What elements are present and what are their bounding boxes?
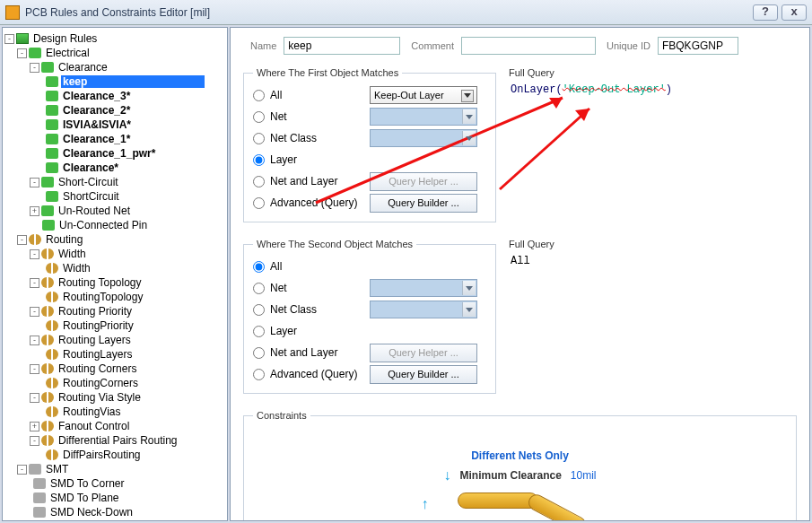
name-label: Name xyxy=(250,40,276,51)
m1-net-label[interactable]: Net xyxy=(270,110,287,123)
m1-net-combo[interactable] xyxy=(370,108,477,126)
m2-all-label[interactable]: All xyxy=(270,260,282,273)
tree-item[interactable]: Clearance* xyxy=(61,161,120,174)
expander-icon[interactable]: - xyxy=(30,436,39,446)
tree-electrical[interactable]: Electrical xyxy=(44,47,92,59)
m2-layer-radio[interactable] xyxy=(253,326,265,337)
m2-all-radio[interactable] xyxy=(253,261,265,273)
tree-item[interactable]: Short-Circuit xyxy=(57,176,120,188)
tree-keep[interactable]: keep xyxy=(61,75,205,88)
tree-item[interactable]: Width xyxy=(61,262,92,275)
m1-netclass-radio[interactable] xyxy=(253,133,265,144)
tree-item[interactable]: Clearance_1* xyxy=(61,133,132,145)
m2-net-radio[interactable] xyxy=(253,283,265,294)
rule-icon xyxy=(46,148,58,159)
name-input[interactable] xyxy=(284,37,400,55)
m1-query-builder-button[interactable]: Query Builder ... xyxy=(370,194,477,213)
m1-all-radio[interactable] xyxy=(253,90,265,101)
tree-item[interactable]: Differential Pairs Routing xyxy=(57,434,179,447)
m1-layer-combo[interactable]: Keep-Out Layer xyxy=(370,86,477,104)
close-button[interactable]: x xyxy=(781,4,807,21)
expander-icon[interactable]: - xyxy=(30,307,39,317)
tree-routing[interactable]: Routing xyxy=(44,233,84,246)
m1-netlayer-radio[interactable] xyxy=(253,176,265,187)
tree-smt[interactable]: SMT xyxy=(44,463,70,475)
m2-netlayer-label[interactable]: Net and Layer xyxy=(270,346,337,359)
tree-item[interactable]: Clearance_3* xyxy=(61,90,132,102)
m1-netclass-combo[interactable] xyxy=(370,129,477,147)
m2-advanced-label[interactable]: Advanced (Query) xyxy=(270,368,357,380)
rule-icon xyxy=(33,478,46,489)
tree-item[interactable]: Width xyxy=(57,248,88,260)
tree-item[interactable]: Routing Via Style xyxy=(57,391,143,404)
m2-net-combo[interactable] xyxy=(370,279,477,297)
m2-layer-label[interactable]: Layer xyxy=(270,325,297,337)
rules-tree[interactable]: -Design Rules -Electrical -Clearance kee… xyxy=(2,27,228,521)
m1-netclass-label[interactable]: Net Class xyxy=(270,132,317,144)
rule-icon xyxy=(46,76,58,87)
comment-label: Comment xyxy=(411,40,454,51)
expander-icon[interactable]: - xyxy=(17,465,27,475)
tree-item[interactable]: Routing Priority xyxy=(57,305,134,318)
expander-icon[interactable]: - xyxy=(30,336,39,345)
tree-item[interactable]: Un-Routed Net xyxy=(57,205,132,217)
m2-netclass-radio[interactable] xyxy=(253,304,265,316)
tree-item[interactable]: Routing Corners xyxy=(57,362,138,375)
expander-icon[interactable]: - xyxy=(30,249,39,259)
m1-layer-value: Keep-Out Layer xyxy=(374,90,444,100)
constraints-group: Constraints Different Nets Only ↓ Minimu… xyxy=(243,410,797,521)
comment-input[interactable] xyxy=(461,37,596,55)
tree-root[interactable]: Design Rules xyxy=(31,32,99,45)
tree-item[interactable]: Clearance_2* xyxy=(61,104,132,117)
chevron-down-icon xyxy=(466,286,473,291)
m2-netclass-label[interactable]: Net Class xyxy=(270,303,317,316)
tree-item[interactable]: RoutingTopology xyxy=(61,291,144,303)
tree-item[interactable]: ShortCircuit xyxy=(61,190,121,203)
expander-icon[interactable]: + xyxy=(30,422,39,431)
rule-header: Name Comment Unique ID xyxy=(243,37,797,55)
rule-icon xyxy=(46,263,58,274)
tree-item[interactable]: ISVIA&ISVIA* xyxy=(61,118,133,131)
expander-icon[interactable]: - xyxy=(30,278,39,288)
tree-item[interactable]: Clearance_1_pwr* xyxy=(61,147,157,160)
help-button[interactable]: ? xyxy=(753,4,778,21)
m2-netclass-combo[interactable] xyxy=(370,301,477,318)
uniqueid-label: Unique ID xyxy=(607,40,650,51)
tree-item[interactable]: Un-Connected Pin xyxy=(57,219,149,231)
m1-netlayer-label[interactable]: Net and Layer xyxy=(270,175,337,187)
tree-item[interactable]: RoutingLayers xyxy=(61,348,134,361)
expander-icon[interactable]: - xyxy=(30,178,39,187)
expander-icon[interactable]: - xyxy=(17,48,27,58)
tree-item[interactable]: SMD To Corner xyxy=(48,477,126,490)
min-clearance-value[interactable]: 10mil xyxy=(571,469,597,482)
tree-item[interactable]: SMD To Plane xyxy=(48,492,120,504)
tree-mask[interactable]: Mask xyxy=(44,520,74,521)
tree-item[interactable]: Fanout Control xyxy=(57,420,131,432)
m2-query-builder-button[interactable]: Query Builder ... xyxy=(370,365,477,384)
m2-netlayer-radio[interactable] xyxy=(253,347,265,359)
m1-all-label[interactable]: All xyxy=(270,89,282,101)
tree-item[interactable]: Routing Topology xyxy=(57,276,144,289)
chevron-down-icon xyxy=(466,308,473,312)
m1-advanced-label[interactable]: Advanced (Query) xyxy=(270,196,357,209)
m1-layer-label[interactable]: Layer xyxy=(270,153,297,166)
tree-item[interactable]: SMD Neck-Down xyxy=(48,506,135,519)
m2-advanced-radio[interactable] xyxy=(253,369,265,380)
rule-icon xyxy=(46,320,58,331)
expander-icon[interactable]: - xyxy=(17,235,27,245)
m1-advanced-radio[interactable] xyxy=(253,197,265,209)
expander-icon[interactable]: - xyxy=(30,364,39,374)
m2-net-label[interactable]: Net xyxy=(270,282,287,294)
tree-item[interactable]: RoutingVias xyxy=(61,405,123,418)
expander-icon[interactable]: - xyxy=(4,34,14,44)
m1-layer-radio[interactable] xyxy=(253,154,265,166)
m1-net-radio[interactable] xyxy=(253,111,265,123)
tree-clearance[interactable]: Clearance xyxy=(57,61,109,74)
expander-icon[interactable]: - xyxy=(30,63,39,73)
tree-item[interactable]: RoutingPriority xyxy=(61,319,135,332)
expander-icon[interactable]: - xyxy=(30,393,39,403)
tree-item[interactable]: RoutingCorners xyxy=(61,377,140,389)
tree-item[interactable]: Routing Layers xyxy=(57,334,133,346)
tree-item[interactable]: DiffPairsRouting xyxy=(61,449,142,461)
expander-icon[interactable]: + xyxy=(30,206,39,216)
